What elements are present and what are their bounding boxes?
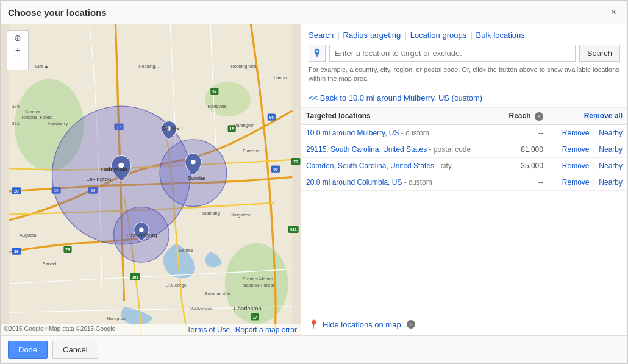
svg-text:20: 20 (14, 189, 19, 193)
hide-locations-help-icon[interactable]: ? (407, 320, 415, 329)
svg-text:Camden: Camden (161, 124, 183, 131)
svg-text:Hampton: Hampton (107, 316, 126, 321)
done-button[interactable]: Done (8, 341, 48, 359)
location-type: - custom (404, 178, 432, 187)
col-remove-all: Remove all (548, 108, 627, 125)
search-input-row: Search (309, 45, 620, 62)
action-cell: Remove | Nearby (548, 124, 627, 141)
cancel-button[interactable]: Cancel (52, 341, 98, 359)
dialog-body: 26 20 77 95 76 521 17 (1, 24, 627, 335)
nearby-link[interactable]: Nearby (599, 178, 623, 187)
svg-text:Lexington: Lexington (86, 176, 111, 182)
hide-locations-link[interactable]: Hide locations on map (323, 320, 401, 329)
remove-link[interactable]: Remove (562, 145, 590, 154)
close-button[interactable]: × (607, 5, 620, 19)
svg-text:95: 95 (269, 115, 274, 120)
remove-link[interactable]: Remove (562, 129, 590, 137)
tab-radius[interactable]: Radius targeting (343, 30, 401, 40)
map-copyright: ©2015 Google · Map data ©2015 Google Ter… (1, 324, 301, 335)
svg-text:95: 95 (273, 167, 278, 171)
remove-all-link[interactable]: Remove all (584, 112, 623, 120)
location-type: - custom (401, 129, 429, 137)
reach-help-icon[interactable]: ? (535, 112, 543, 121)
table-row: Camden, South Carolina, United States - … (301, 157, 627, 174)
svg-text:National Forest: National Forest (21, 115, 53, 120)
svg-text:Clift ▲: Clift ▲ (35, 63, 49, 69)
svg-text:Florence: Florence (243, 148, 260, 154)
svg-text:Rocking...: Rocking... (138, 63, 159, 69)
location-link[interactable]: 20.0 mi around Columbia, US (306, 178, 402, 187)
location-type: - city (436, 162, 451, 170)
svg-text:301: 301 (132, 275, 138, 279)
svg-text:52: 52 (212, 89, 217, 93)
map-pan-button[interactable]: ⊕ (9, 32, 27, 45)
back-link[interactable]: << Back to 10.0 mi around Mulberry, US (… (301, 88, 627, 108)
svg-text:Laurin...: Laurin... (274, 75, 290, 80)
location-link[interactable]: Camden, South Carolina, United States (306, 162, 434, 170)
col-targeted-locations: Targeted locations (301, 108, 498, 125)
svg-text:26: 26 (14, 249, 19, 254)
svg-text:Charleston: Charleston (234, 305, 262, 312)
table-row: 20.0 mi around Columbia, US - custom -- … (301, 174, 627, 190)
location-link[interactable]: 10.0 mi around Mulberry, US (306, 129, 399, 137)
dialog-title: Choose your locations (8, 7, 107, 18)
reach-value: -- (498, 124, 548, 141)
nearby-link[interactable]: Nearby (599, 129, 623, 137)
location-name-cell[interactable]: 20.0 mi around Columbia, US - custom (301, 174, 498, 190)
remove-link[interactable]: Remove (562, 162, 590, 170)
svg-point-3 (205, 82, 251, 116)
reach-value: -- (498, 174, 548, 190)
dialog-header: Choose your locations × (1, 1, 627, 24)
svg-text:Orangeburg: Orangeburg (126, 232, 157, 238)
nearby-link[interactable]: Nearby (599, 145, 623, 154)
svg-text:Manning: Manning (202, 210, 220, 216)
reach-value: 35,000 (498, 157, 548, 174)
search-hint: For example, a country, city, region, or… (309, 65, 620, 84)
svg-point-36 (191, 160, 196, 165)
right-panel: Search | Radius targeting | Location gro… (301, 24, 627, 335)
search-button[interactable]: Search (579, 45, 620, 62)
search-tabs: Search | Radius targeting | Location gro… (309, 30, 620, 40)
col-reach: Reach ? (498, 108, 548, 125)
svg-text:76: 76 (293, 160, 298, 164)
tab-groups[interactable]: Location groups (410, 30, 467, 40)
dialog-footer: Done Cancel (1, 335, 627, 363)
terms-of-use-link[interactable]: Terms of Use (187, 326, 230, 334)
svg-text:Walterboro: Walterboro (190, 306, 213, 312)
location-name-cell[interactable]: 29115, South Carolina, United States - p… (301, 141, 498, 157)
map-nav-controls: ⊕ + − (7, 30, 29, 70)
table-header-row: Targeted locations Reach ? Remove all (301, 108, 627, 125)
svg-text:Francis Marion: Francis Marion (243, 276, 273, 282)
svg-text:National Forest: National Forest (243, 282, 274, 288)
svg-text:17: 17 (252, 315, 257, 319)
location-name-cell[interactable]: Camden, South Carolina, United States - … (301, 157, 498, 174)
nearby-link[interactable]: Nearby (599, 162, 623, 170)
svg-text:Columbia: Columbia (101, 166, 128, 173)
hide-locations-pin-icon: 📍 (309, 319, 319, 329)
svg-point-69 (316, 51, 318, 52)
svg-text:Darlington: Darlington (234, 123, 254, 128)
location-name-cell[interactable]: 10.0 mi around Mulberry, US - custom (301, 124, 498, 141)
tab-search[interactable]: Search (309, 30, 334, 40)
map-area[interactable]: 26 20 77 95 76 521 17 (1, 24, 301, 335)
svg-text:Hartsville: Hartsville (208, 104, 227, 109)
svg-text:Summerville: Summerville (205, 291, 230, 296)
map-zoom-out-button[interactable]: − (9, 56, 27, 68)
panel-footer: 📍 Hide locations on map ? (301, 313, 627, 335)
svg-text:321: 321 (12, 121, 20, 126)
action-cell: Remove | Nearby (548, 174, 627, 190)
location-link[interactable]: 29115, South Carolina, United States (306, 145, 427, 154)
svg-text:Rockingham: Rockingham (230, 63, 256, 69)
tab-bulk[interactable]: Bulk locations (476, 30, 525, 40)
svg-text:Sumter: Sumter (187, 174, 205, 181)
choose-locations-dialog: Choose your locations × (0, 0, 628, 364)
remove-link[interactable]: Remove (562, 178, 590, 187)
location-search-input[interactable] (329, 45, 576, 62)
svg-text:Newberry: Newberry (48, 121, 68, 126)
report-map-error-link[interactable]: Report a map error (235, 326, 297, 334)
map-zoom-in-button[interactable]: + (9, 45, 27, 57)
table-row: 29115, South Carolina, United States - p… (301, 141, 627, 157)
map-copyright-text: ©2015 Google · Map data ©2015 Google (4, 326, 115, 334)
svg-text:385: 385 (12, 104, 20, 109)
svg-text:St.George: St.George (166, 282, 187, 288)
